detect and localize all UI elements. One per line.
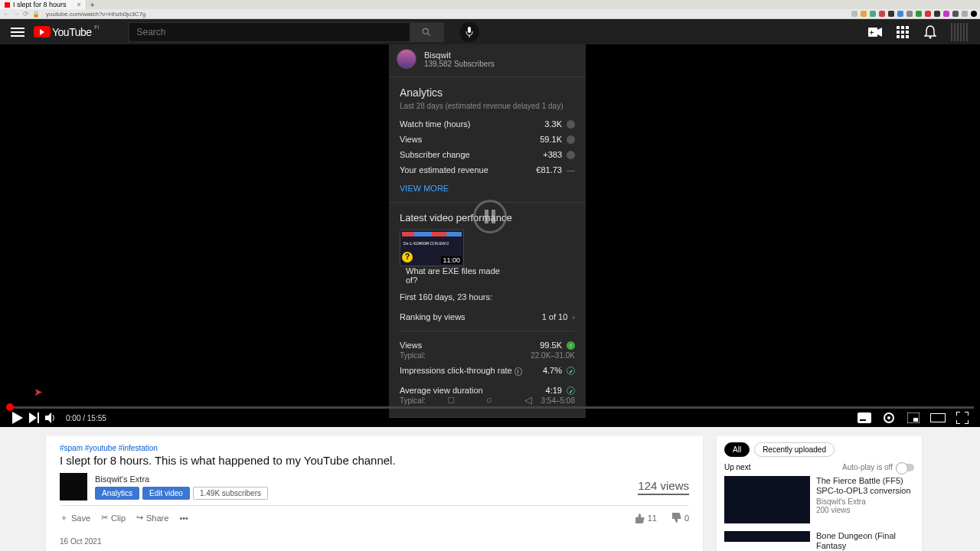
latest-video-row[interactable]: Dn-1.410#00#f.CON.EW.0 ? 11:00 What are … [400,230,575,285]
ext-icon[interactable] [943,11,949,17]
svg-rect-10 [906,26,909,29]
back-icon[interactable]: ← [3,10,10,18]
action-row: ＋Save ✂Clip ↪Share ••• 11 0 [60,506,689,523]
views-box: 124 views [638,479,689,495]
analytics-pill[interactable]: Analytics [95,487,139,500]
next-button[interactable] [26,409,43,426]
rec-title: Bone Dungeon (Final Fantasy [816,531,914,551]
recommendation-item[interactable]: The Fierce Battle (FF5) SPC-to-OPL3 conv… [724,476,914,523]
more-icon: ••• [179,514,188,523]
rec-thumbnail [724,531,810,542]
ranking-row[interactable]: Ranking by views 1 of 10 › [400,306,575,328]
svg-rect-9 [901,26,904,29]
like-button[interactable]: 11 [634,513,657,523]
voice-search-button[interactable] [459,22,479,42]
triangle-back-icon: ◁ [524,394,532,406]
edit-video-pill[interactable]: Edit video [142,487,190,500]
svg-rect-15 [901,35,904,38]
ext-icon[interactable] [962,11,968,17]
notifications-button[interactable] [923,25,937,39]
svg-rect-7 [870,32,874,33]
search-input[interactable] [129,22,410,42]
info-icon[interactable]: i [514,367,522,376]
play-button[interactable] [9,409,26,426]
create-button[interactable] [868,25,882,39]
recommendation-item[interactable]: Bone Dungeon (Final Fantasy [724,531,914,551]
apps-button[interactable] [896,25,910,39]
svg-point-17 [929,36,932,38]
volume-button[interactable] [43,409,60,426]
forward-icon[interactable]: → [13,10,20,18]
close-icon[interactable]: × [77,1,81,8]
yt-header: YouTube FI [0,19,980,44]
more-button[interactable]: ••• [179,514,188,523]
chip-recent[interactable]: Recently uploaded [754,442,835,457]
ranking-label: Ranking by views [400,312,542,321]
yt-logo[interactable]: YouTube FI [34,26,92,38]
next-icon [29,412,40,423]
ext-icon[interactable] [870,11,876,17]
scissors-icon: ✂ [101,513,108,523]
clip-button[interactable]: ✂Clip [101,513,126,523]
search-icon [421,27,432,37]
play-icon [12,412,23,424]
player-controls: 0:00 / 15:55 [0,409,980,427]
analytics-heading: Analytics [400,86,575,99]
tab-title: I slept for 8 hours [13,1,67,8]
panel-header: Bisqwit 139,582 Subscribers [389,44,586,77]
url-bar[interactable]: youtube.com/watch?v=Hhzb0jo3C7g [43,11,848,18]
panel-subs: 139,582 Subscribers [424,60,495,68]
ext-icon[interactable] [888,11,894,17]
fullscreen-button[interactable] [954,409,971,426]
save-button[interactable]: ＋Save [60,512,90,523]
subtitles-button[interactable] [856,409,873,426]
ranking-value: 1 of 10 [542,312,568,321]
browser-tab[interactable]: I slept for 8 hours × [0,0,87,9]
miniplayer-button[interactable] [905,409,922,426]
ext-icon[interactable] [906,11,913,17]
square-icon: □ [448,394,454,406]
avatar-button[interactable] [951,23,969,41]
svg-rect-16 [906,35,909,38]
ext-icon[interactable] [916,11,922,17]
video-player[interactable]: ➤ Bisqwit 139,582 Subscribers Analytics … [0,44,980,427]
share-button[interactable]: ↪Share [136,513,168,523]
new-tab-button[interactable]: + [87,1,99,9]
ext-icon[interactable] [879,11,885,17]
theater-button[interactable] [929,409,946,426]
hashtags[interactable]: #spam #youtube #infestation [60,444,689,452]
metric-indicator-icon [567,135,575,144]
gear-icon [883,412,895,424]
metric-value: +383 [543,150,562,159]
ext-icon[interactable] [934,11,940,17]
svg-rect-12 [901,31,904,34]
ext-icon[interactable] [897,11,903,17]
ext-icon[interactable] [952,11,959,17]
chip-all[interactable]: All [724,442,750,457]
ext-icon[interactable] [925,11,931,17]
search-button[interactable] [410,22,444,42]
autoplay-toggle[interactable] [896,464,914,471]
yt-logo-icon [34,26,51,37]
dislike-button[interactable]: 0 [671,513,689,523]
upnext-label: Up next [724,463,750,471]
lv-views: Views 99.5K ↑ [400,337,575,353]
metric-value: 4:19 [546,386,562,395]
video-title: I slept for 8 hours. This is what happen… [60,454,689,467]
ext-icon[interactable] [861,11,867,17]
settings-button[interactable] [880,409,897,426]
channel-thumbnail[interactable] [60,473,87,500]
ext-icon[interactable] [971,11,977,17]
lock-icon: 🔒 [32,11,40,18]
subtitles-icon [858,412,871,423]
grid-icon [897,26,909,38]
ext-icon[interactable] [851,11,858,17]
svg-rect-8 [897,26,900,29]
hamburger-icon[interactable] [11,28,24,37]
reload-icon[interactable]: ⟳ [23,10,29,18]
phone-nav-bar: □ ○ ◁ [448,394,532,406]
metric-indicator-icon [567,120,575,129]
question-mark-icon: ? [402,252,413,262]
channel-name[interactable]: Bisqwit's Extra [95,474,638,484]
view-more-button[interactable]: VIEW MORE [400,184,575,193]
